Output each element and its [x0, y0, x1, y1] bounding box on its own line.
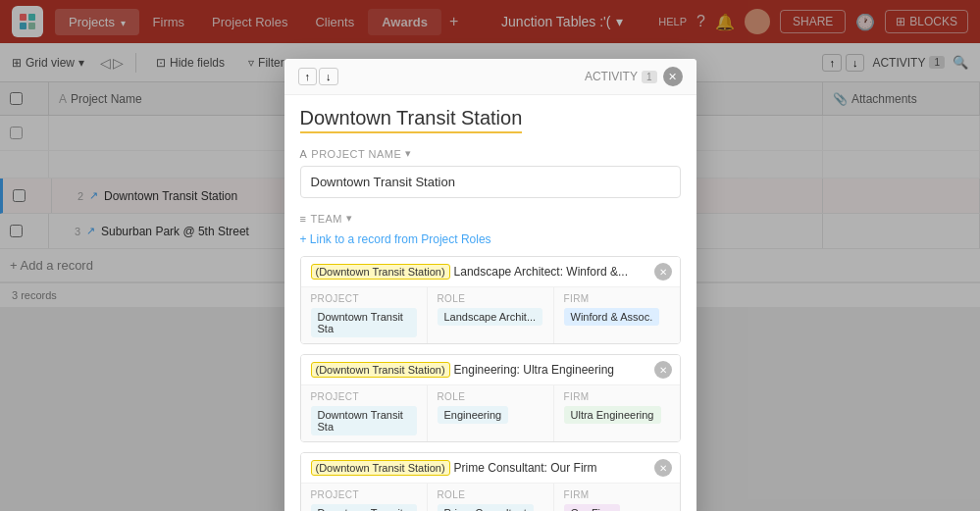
record-title: Landscape Architect: Winford &...: [454, 265, 628, 279]
record-firm-label: FIRM: [564, 293, 670, 304]
record-project-label: PROJECT: [311, 293, 417, 304]
record-dismiss-button[interactable]: ✕: [654, 263, 672, 281]
link-record-button[interactable]: + Link to a record from Project Roles: [300, 232, 681, 246]
modal-title-section: Downtown Transit Station: [300, 107, 681, 133]
modal-activity: ACTIVITY 1: [585, 70, 657, 83]
record-col-project: PROJECT Downtown Transit Sta: [301, 287, 428, 307]
modal-activity-count: 1: [642, 71, 657, 83]
record-role-label: ROLE: [438, 293, 543, 304]
record-card-header: (Downtown Transit Station) Landscape Arc…: [301, 257, 680, 287]
modal-nav-up[interactable]: ↑: [298, 68, 318, 85]
team-icon: ≡: [300, 213, 307, 225]
project-name-field[interactable]: Downtown Transit Station: [300, 166, 681, 198]
field-dropdown-icon[interactable]: ▾: [405, 147, 412, 160]
team-dropdown-icon[interactable]: ▾: [346, 212, 353, 225]
record-cards: (Downtown Transit Station) Landscape Arc…: [300, 256, 681, 307]
team-label: ≡ TEAM ▾: [300, 212, 681, 225]
record-card-body: PROJECT Downtown Transit Sta ROLE Landsc…: [301, 287, 680, 307]
modal-body: Downtown Transit Station A PROJECT NAME …: [284, 95, 696, 307]
modal-overlay[interactable]: ↑ ↓ ACTIVITY 1 ✕ Downtown Transit Statio…: [0, 0, 980, 307]
project-name-icon: A: [300, 148, 308, 160]
record-tag: (Downtown Transit Station): [311, 264, 450, 280]
modal-nav-buttons: ↑ ↓: [298, 68, 338, 85]
modal-title: Downtown Transit Station: [300, 107, 523, 133]
record-modal: ↑ ↓ ACTIVITY 1 ✕ Downtown Transit Statio…: [284, 59, 696, 307]
modal-nav-down[interactable]: ↓: [319, 68, 338, 85]
record-col-firm: FIRM Winford & Assoc.: [554, 287, 680, 307]
modal-close-button[interactable]: ✕: [663, 67, 683, 86]
record-col-role: ROLE Landscape Archit...: [428, 287, 554, 307]
project-name-label: A PROJECT NAME ▾: [300, 147, 681, 160]
record-card: (Downtown Transit Station) Landscape Arc…: [300, 256, 681, 307]
